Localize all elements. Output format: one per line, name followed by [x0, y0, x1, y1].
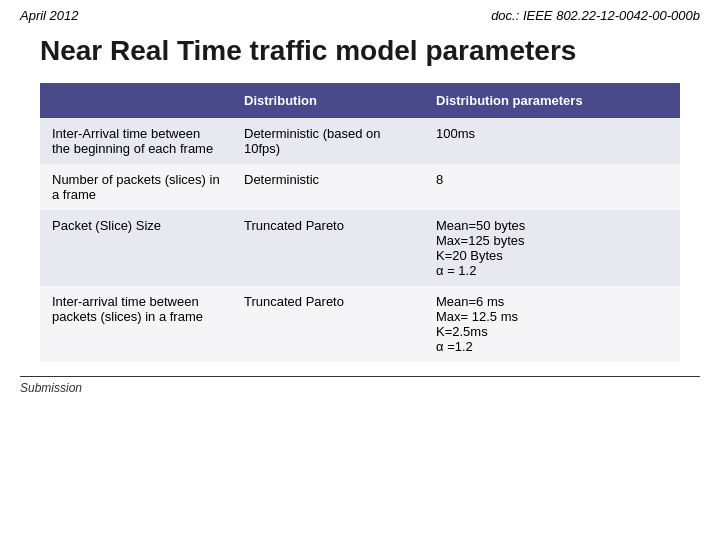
table-row: Inter-arrival time between packets (slic…	[40, 286, 680, 362]
cell-label: Inter-Arrival time between the beginning…	[40, 118, 232, 164]
header-left: April 2012	[20, 8, 79, 23]
col-header-distribution: Distribution	[232, 83, 424, 118]
col-header-label	[40, 83, 232, 118]
cell-distribution: Truncated Pareto	[232, 210, 424, 286]
footer-text: Submission	[0, 377, 720, 399]
col-header-parameters: Distribution parameters	[424, 83, 680, 118]
cell-label: Number of packets (slices) in a frame	[40, 164, 232, 210]
cell-parameters: 8	[424, 164, 680, 210]
cell-parameters: Mean=50 bytesMax=125 bytesK=20 Bytesα = …	[424, 210, 680, 286]
cell-parameters: Mean=6 msMax= 12.5 msK=2.5msα =1.2	[424, 286, 680, 362]
cell-label: Inter-arrival time between packets (slic…	[40, 286, 232, 362]
cell-distribution: Deterministic	[232, 164, 424, 210]
traffic-model-table: Distribution Distribution parameters Int…	[40, 83, 680, 362]
table-row: Inter-Arrival time between the beginning…	[40, 118, 680, 164]
cell-label: Packet (Slice) Size	[40, 210, 232, 286]
page-title: Near Real Time traffic model parameters	[0, 27, 720, 83]
header: April 2012 doc.: IEEE 802.22-12-0042-00-…	[0, 0, 720, 27]
table-wrapper: Distribution Distribution parameters Int…	[0, 83, 720, 362]
table-row: Packet (Slice) SizeTruncated ParetoMean=…	[40, 210, 680, 286]
cell-distribution: Truncated Pareto	[232, 286, 424, 362]
table-row: Number of packets (slices) in a frameDet…	[40, 164, 680, 210]
cell-distribution: Deterministic (based on 10fps)	[232, 118, 424, 164]
cell-parameters: 100ms	[424, 118, 680, 164]
table-header-row: Distribution Distribution parameters	[40, 83, 680, 118]
header-right: doc.: IEEE 802.22-12-0042-00-000b	[491, 8, 700, 23]
